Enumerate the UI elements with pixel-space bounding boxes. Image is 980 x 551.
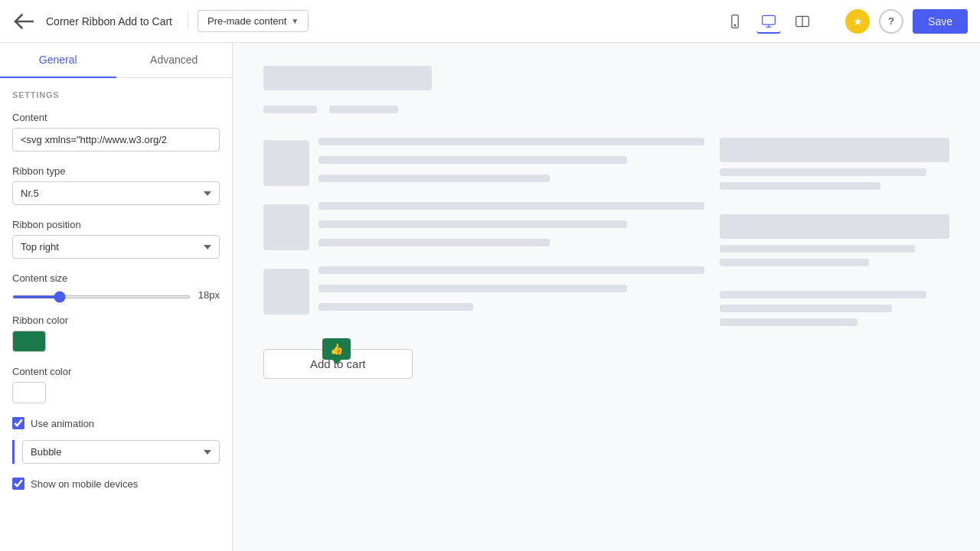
product-info-1 [318, 138, 704, 188]
skeleton-meta-1 [263, 106, 317, 113]
split-view-button[interactable] [790, 9, 815, 34]
preview-content: 👍 Add to cart [263, 66, 949, 379]
use-animation-row: Use animation [12, 417, 220, 429]
ribbon-position-group: Ribbon position Top right [12, 219, 220, 259]
product-list [263, 138, 704, 326]
use-animation-label: Use animation [31, 418, 94, 429]
divider [188, 12, 188, 31]
ribbon-position-label: Ribbon position [12, 219, 220, 230]
product-thumb-3 [263, 269, 309, 315]
spacer-right [720, 196, 949, 208]
svg-point-1 [734, 24, 736, 26]
skeleton-p1-line3 [318, 174, 550, 182]
topbar: Corner Ribbon Add to Cart Pre-made conte… [0, 0, 980, 43]
right-line-2 [720, 182, 880, 190]
show-mobile-row: Show on mobile devices [12, 478, 220, 490]
product-info-2 [318, 202, 704, 253]
content-label: Content [12, 112, 220, 123]
slider-row: 18px [12, 289, 220, 301]
right-line-3 [720, 245, 915, 253]
desktop-view-button[interactable] [756, 9, 781, 34]
mobile-view-button[interactable] [723, 9, 747, 34]
content-input[interactable] [12, 128, 220, 152]
animation-type-select[interactable]: Bubble [22, 440, 220, 464]
ribbon-type-label: Ribbon type [12, 165, 220, 177]
right-price-1 [720, 138, 949, 162]
slider-container [12, 289, 191, 301]
animation-type-group: Bubble [12, 440, 220, 464]
premade-label: Pre-made content [207, 15, 286, 27]
content-color-swatch[interactable] [12, 382, 46, 403]
ribbon-icon: 👍 [330, 343, 343, 355]
show-mobile-label: Show on mobile devices [31, 478, 138, 490]
content-size-group: Content size 18px [12, 272, 220, 301]
ribbon-color-group: Ribbon color [12, 315, 220, 352]
add-to-cart-area: 👍 Add to cart [263, 349, 413, 379]
spacer-right-2 [720, 272, 949, 285]
back-button[interactable] [12, 9, 37, 34]
right-line-4 [720, 259, 869, 266]
skeleton-meta-2 [329, 106, 398, 113]
tab-general[interactable]: General [0, 43, 116, 78]
sidebar: General Advanced SETTINGS Content Ribbon… [0, 43, 233, 551]
ribbon-badge: 👍 [322, 338, 351, 360]
product-row-3 [263, 266, 704, 317]
right-price-2 [720, 214, 949, 239]
skeleton-p2-line1 [318, 202, 704, 210]
view-icons [723, 9, 815, 34]
show-mobile-checkbox[interactable] [12, 478, 24, 490]
content-color-group: Content color [12, 366, 220, 403]
tab-advanced[interactable]: Advanced [116, 43, 233, 78]
premade-content-button[interactable]: Pre-made content ▼ [198, 10, 309, 32]
chevron-down-icon: ▼ [291, 17, 299, 25]
content-size-label: Content size [12, 272, 220, 284]
skeleton-title [263, 66, 432, 90]
product-row-1 [263, 138, 704, 188]
svg-rect-2 [763, 15, 776, 24]
ribbon-color-swatch[interactable] [12, 331, 46, 352]
skeleton-meta [263, 106, 949, 119]
preview-area: 👍 Add to cart [233, 43, 980, 551]
skeleton-p3-line2 [318, 285, 627, 292]
product-row-2 [263, 202, 704, 253]
content-group: Content [12, 112, 220, 152]
right-col [720, 138, 949, 326]
skeleton-p2-line2 [318, 220, 627, 228]
right-line-1 [720, 168, 926, 176]
sidebar-content: SETTINGS Content Ribbon type Nr.5 Ribbon… [0, 78, 232, 551]
save-button[interactable]: Save [913, 9, 968, 34]
product-info-3 [318, 266, 704, 317]
skeleton-p1-line1 [318, 138, 704, 145]
right-line-6 [720, 305, 892, 312]
content-color-label: Content color [12, 366, 220, 377]
two-col-layout [263, 138, 949, 326]
sidebar-tabs: General Advanced [0, 43, 232, 78]
ribbon-type-group: Ribbon type Nr.5 [12, 165, 220, 205]
product-thumb-2 [263, 204, 309, 250]
product-thumb-1 [263, 140, 309, 186]
help-button[interactable]: ? [879, 9, 903, 34]
skeleton-p2-line3 [318, 239, 550, 246]
settings-section-label: SETTINGS [12, 90, 220, 99]
ribbon-position-select[interactable]: Top right [12, 235, 220, 259]
star-button[interactable]: ★ [845, 9, 870, 34]
skeleton-p3-line3 [318, 303, 473, 311]
content-size-slider[interactable] [12, 295, 191, 298]
use-animation-checkbox[interactable] [12, 417, 24, 429]
right-line-7 [720, 318, 858, 326]
ribbon-color-label: Ribbon color [12, 315, 220, 326]
main-layout: General Advanced SETTINGS Content Ribbon… [0, 43, 980, 551]
right-line-5 [720, 291, 926, 298]
page-title: Corner Ribbon Add to Cart [46, 15, 172, 28]
skeleton-p1-line2 [318, 156, 627, 164]
ribbon-type-select[interactable]: Nr.5 [12, 181, 220, 205]
skeleton-p3-line1 [318, 266, 704, 274]
content-size-value: 18px [198, 289, 220, 301]
